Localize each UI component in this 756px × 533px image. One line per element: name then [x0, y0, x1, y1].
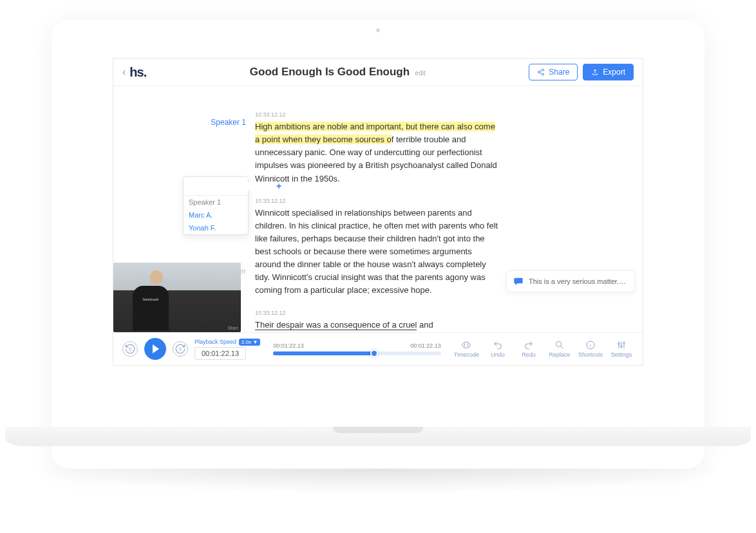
- shortcuts-button[interactable]: Shortcuts: [578, 340, 603, 358]
- speaker-label[interactable]: Speaker 1: [211, 118, 246, 127]
- svg-line-3: [540, 70, 542, 71]
- person-silhouette: [144, 270, 169, 331]
- progress-thumb[interactable]: [370, 350, 378, 357]
- redo-button[interactable]: Redo: [516, 340, 541, 358]
- transcript-block[interactable]: 10:33:12.12 Winnicott specialised in rel…: [255, 197, 500, 297]
- speed-badge[interactable]: 2.0x ▼: [239, 339, 260, 346]
- top-bar: ‹ hs. Good Enough Is Good Enough edit Sh…: [113, 59, 643, 86]
- progress-track[interactable]: [273, 351, 440, 355]
- svg-point-17: [623, 342, 625, 344]
- timecode-button[interactable]: Timecode: [454, 340, 479, 358]
- export-button[interactable]: Export: [583, 64, 634, 80]
- speaker-option[interactable]: Speaker 1: [184, 196, 248, 209]
- transcript-block[interactable]: 10:33:12.12 High ambitions are noble and…: [255, 111, 500, 185]
- share-button[interactable]: Share: [529, 64, 578, 80]
- comment-text: This is a very serious matter. I believe…: [529, 277, 628, 285]
- settings-icon: [616, 340, 627, 350]
- rewind-sec: 5: [129, 347, 131, 351]
- share-label: Share: [549, 68, 569, 77]
- underlined-text[interactable]: Their despair was a consequence of a cru…: [255, 320, 417, 330]
- svg-point-2: [542, 73, 544, 75]
- export-label: Export: [603, 68, 625, 77]
- speaker-dropdown: + Speaker 1 Marc A. Yonah F.: [183, 176, 249, 235]
- svg-point-7: [556, 342, 562, 347]
- speaker-input-row: +: [184, 177, 248, 196]
- transcript-text[interactable]: Winnicott specialised in relationships b…: [255, 207, 500, 297]
- speed-box: Playback Speed 2.0x ▼: [194, 339, 260, 360]
- player-bar: 5 5 Playback Speed 2.0x ▼ 00:01:22.13 00…: [113, 332, 643, 365]
- track-start-time: 00:01:22.13: [273, 342, 304, 349]
- speed-label: Playback Speed: [194, 339, 236, 345]
- page-title: Good Enough Is Good Enough: [250, 66, 410, 78]
- svg-line-4: [540, 73, 542, 74]
- info-icon: [585, 340, 596, 350]
- progress-fill: [273, 351, 373, 355]
- app-window: ‹ hs. Good Enough Is Good Enough edit Sh…: [113, 58, 643, 366]
- play-icon: [153, 344, 159, 353]
- svg-point-13: [618, 343, 620, 345]
- forward-sec: 5: [179, 347, 182, 351]
- transcript-text[interactable]: Their despair was a consequence of a cru…: [255, 319, 500, 333]
- edit-title-link[interactable]: edit: [415, 70, 426, 77]
- timecode-icon: [461, 340, 471, 350]
- speaker-option[interactable]: Marc A.: [184, 209, 248, 221]
- video-watermark: Stan: [228, 325, 238, 331]
- back-chevron-icon[interactable]: ‹: [122, 66, 126, 78]
- transcript[interactable]: 10:33:12.12 High ambitions are noble and…: [255, 86, 643, 332]
- comment-bubble[interactable]: This is a very serious matter. I believe…: [506, 270, 635, 292]
- title-wrap: Good Enough Is Good Enough edit: [146, 66, 529, 79]
- speaker-search-input[interactable]: [187, 182, 276, 190]
- timecode: 10:33:12.12: [255, 309, 500, 318]
- laptop-base: [5, 427, 751, 465]
- timecode: 10:33:12.12: [255, 111, 500, 120]
- redo-icon: [524, 340, 534, 350]
- add-speaker-plus-icon[interactable]: +: [276, 181, 281, 191]
- search-icon: [554, 340, 565, 350]
- logo[interactable]: hs.: [129, 65, 146, 80]
- replace-button[interactable]: Replace: [547, 340, 572, 358]
- svg-point-6: [462, 342, 470, 348]
- settings-button[interactable]: Settings: [609, 340, 634, 358]
- video-thumbnail[interactable]: Stan: [113, 263, 241, 332]
- play-button[interactable]: [144, 338, 166, 360]
- comment-icon: [513, 276, 524, 286]
- current-time-input[interactable]: [194, 347, 246, 360]
- svg-point-1: [538, 71, 540, 73]
- undo-button[interactable]: Undo: [486, 340, 510, 358]
- left-column: Speaker 1 + Speaker 1 Marc A. Yonah F. +…: [113, 86, 255, 332]
- track-end-time: 00:01:22.13: [410, 342, 441, 349]
- svg-point-0: [542, 69, 544, 71]
- transcript-text[interactable]: High ambitions are noble and important, …: [255, 120, 500, 185]
- svg-line-8: [561, 346, 563, 349]
- timecode: 10:33:12.12: [255, 197, 500, 206]
- laptop-camera: [376, 28, 380, 32]
- speaker-option[interactable]: Yonah F.: [184, 221, 248, 234]
- export-icon: [591, 68, 599, 76]
- progress-track-wrap: 00:01:22.13 00:01:22.13: [267, 342, 447, 355]
- share-icon: [537, 68, 545, 76]
- forward-button[interactable]: 5: [173, 341, 188, 357]
- svg-point-15: [621, 346, 623, 348]
- rewind-button[interactable]: 5: [122, 341, 138, 357]
- content-area: Speaker 1 + Speaker 1 Marc A. Yonah F. +…: [113, 86, 643, 332]
- undo-icon: [493, 340, 503, 350]
- transcript-block[interactable]: 10:33:12.12 Their despair was a conseque…: [255, 309, 500, 332]
- laptop-frame: ‹ hs. Good Enough Is Good Enough edit Sh…: [52, 19, 704, 469]
